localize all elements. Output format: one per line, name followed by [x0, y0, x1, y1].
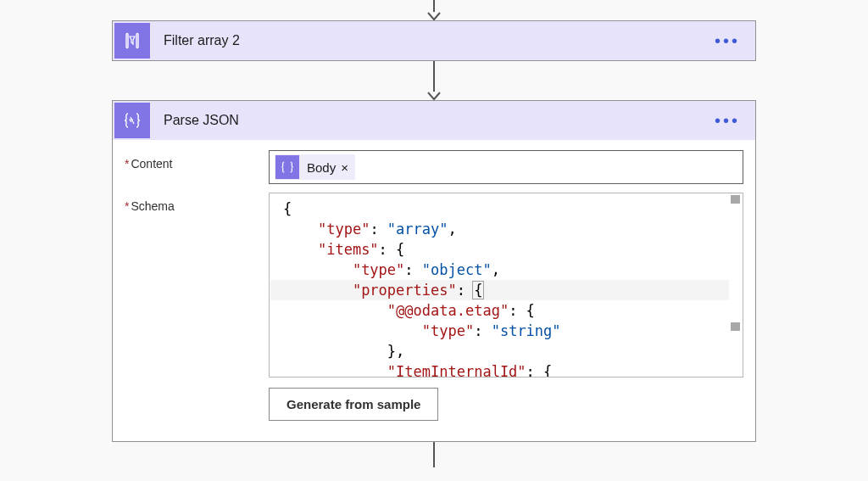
- schema-code[interactable]: { "type": "array", "items": { "type": "o…: [270, 193, 743, 378]
- json-icon: [114, 103, 150, 138]
- arrow-down-icon: [427, 92, 441, 100]
- json-icon: [275, 155, 299, 179]
- action-card-parse-json: Parse JSON ••• *Content: [112, 100, 756, 442]
- required-asterisk: *: [125, 157, 129, 171]
- flow-arrow-mid: [427, 61, 441, 100]
- dynamic-content-token[interactable]: Body ×: [275, 154, 355, 180]
- required-asterisk: *: [125, 199, 129, 213]
- card-menu-button[interactable]: •••: [708, 108, 747, 134]
- field-row-schema: *Schema { "type": "array", "items": { "t…: [125, 193, 743, 421]
- card-menu-button[interactable]: •••: [708, 28, 747, 54]
- token-remove-button[interactable]: ×: [341, 161, 348, 174]
- card-body: *Content Body ×: [113, 140, 755, 441]
- field-label: *Schema: [125, 193, 269, 213]
- content-input[interactable]: Body ×: [269, 150, 743, 184]
- action-card-filter[interactable]: Filter array 2 •••: [112, 20, 756, 61]
- field-row-content: *Content Body ×: [125, 150, 743, 184]
- card-header[interactable]: Filter array 2 •••: [113, 21, 755, 60]
- card-header[interactable]: Parse JSON •••: [113, 101, 755, 140]
- field-label: *Content: [125, 150, 269, 171]
- card-title: Filter array 2: [164, 33, 708, 48]
- flow-arrow-bottom: [433, 442, 435, 467]
- token-label: Body: [307, 160, 336, 175]
- flow-arrow-top: [427, 0, 441, 20]
- filter-icon: [114, 23, 150, 59]
- card-title: Parse JSON: [164, 113, 708, 128]
- generate-from-sample-button[interactable]: Generate from sample: [269, 388, 438, 421]
- schema-editor[interactable]: { "type": "array", "items": { "type": "o…: [269, 193, 743, 378]
- arrow-down-icon: [427, 12, 441, 20]
